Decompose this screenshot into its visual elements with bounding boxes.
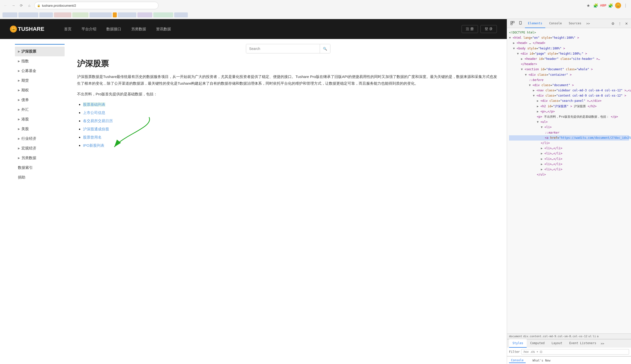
dom-line-link[interactable]: <a href="https://waditu.com/document/2?d… xyxy=(509,135,629,140)
address-bar[interactable]: 🔒 tushare.pro/document/2 xyxy=(34,2,159,9)
bookmark-star-button[interactable]: ★ xyxy=(585,2,591,8)
home-button[interactable]: ⌂ xyxy=(26,2,32,8)
sidebar-arrow-1: ▶ xyxy=(18,60,20,63)
dom-line-8[interactable]: ▼ <div class="container" > xyxy=(509,72,629,78)
dom-line-17[interactable]: ▼ <li> xyxy=(509,125,629,130)
list-link-2[interactable]: 各交易所交易日历 xyxy=(83,119,113,123)
devtools-tab-elements[interactable]: Elements xyxy=(525,19,545,28)
devtools-device-button[interactable] xyxy=(517,20,524,27)
dom-line-20[interactable]: ▶ <li>…</li> xyxy=(509,151,629,156)
sidebar-item-alt-data[interactable]: ▶ 另类数据 xyxy=(15,153,65,163)
bookmark-2[interactable] xyxy=(19,12,38,18)
extensions-button[interactable]: 🧩 xyxy=(608,2,613,8)
dom-line-3[interactable]: ▼ <body style="height:100%" > xyxy=(509,46,629,51)
sidebar-item-hk-stocks[interactable]: ▶ 港股 xyxy=(15,114,65,124)
breadcrumb-div-content[interactable]: div.content.col-md-9.col-sm-8.col-xs-12 xyxy=(523,335,587,338)
sidebar-item-options[interactable]: ▶ 期权 xyxy=(15,86,65,95)
menu-button[interactable]: ⋮ xyxy=(622,2,628,8)
nav-alt-data[interactable]: 另类数据 xyxy=(126,19,151,39)
abp-button[interactable]: ABP xyxy=(600,2,606,8)
dom-line-19[interactable]: ▶ <li>…</li> xyxy=(509,146,629,151)
list-link-3[interactable]: 沪深股通成份股 xyxy=(83,127,109,131)
bottom-tab-computed[interactable]: Computed xyxy=(527,339,548,348)
list-link-4[interactable]: 股票曾用名 xyxy=(83,135,102,139)
bookmark-1[interactable] xyxy=(3,12,18,18)
devtools-inspect-button[interactable] xyxy=(509,20,516,27)
breadcrumb-li[interactable]: li xyxy=(593,335,596,338)
list-link-0[interactable]: 股票基础列表 xyxy=(83,102,105,106)
register-button[interactable]: 注 册 xyxy=(462,25,478,33)
sidebar-item-index[interactable]: ▶ 指数 xyxy=(15,56,65,66)
back-button[interactable]: ← xyxy=(3,2,9,8)
bottom-more-tabs[interactable]: >> xyxy=(600,341,605,346)
dom-line-2[interactable]: ▶ <head> … </head> xyxy=(509,40,629,46)
devtools-more-button[interactable]: ⋮ xyxy=(617,21,622,26)
dom-line-23[interactable]: ▶ <li>…</li> xyxy=(509,167,629,172)
sidebar-item-industry[interactable]: ▶ 行业经济 xyxy=(15,134,65,144)
search-button[interactable]: 🔍 xyxy=(320,44,330,53)
bookmark-10[interactable] xyxy=(153,12,173,18)
filter-input[interactable] xyxy=(521,349,629,354)
dom-line-10[interactable]: ▶ <nav class="sidebar col-md-3 col-sm-4 … xyxy=(509,88,629,93)
dom-line-1[interactable]: ▼ <html lang="en" style="height:100%" > xyxy=(509,35,629,40)
sidebar-item-futures[interactable]: ▶ 期货 xyxy=(15,76,65,86)
breadcrumb-a[interactable]: a xyxy=(597,335,599,338)
content-area: 🔍 沪深股票 沪深股票数据是Tushare最传统最有历史的数据服务项目，从一开始… xyxy=(70,44,507,364)
list-link-1[interactable]: 上市公司信息 xyxy=(83,110,105,115)
dom-line-22[interactable]: ▶ <li>…</li> xyxy=(509,162,629,167)
bookmark-4[interactable] xyxy=(54,12,71,18)
sidebar-item-us-stocks[interactable]: ▶ 美股 xyxy=(15,124,65,134)
devtools-settings-button[interactable]: ⚙ xyxy=(610,21,615,26)
dom-line-5[interactable]: ▶ <header id="header" class="site-header… xyxy=(509,56,629,62)
profile-avatar[interactable]: 😀 xyxy=(615,2,621,8)
bookmark-9[interactable] xyxy=(137,12,152,18)
dom-line-13[interactable]: ▶ <h2 id="沪深股票" > 沪深股票 </h2> xyxy=(509,104,629,109)
bookmark-8[interactable] xyxy=(118,12,136,18)
nav-data-api[interactable]: 数据接口 xyxy=(101,19,126,39)
bookmark-6[interactable] xyxy=(90,12,112,18)
bottom-tab-styles[interactable]: Styles xyxy=(509,339,527,348)
dom-line-16[interactable]: ▼ <ul> xyxy=(509,120,629,125)
bookmark-11[interactable] xyxy=(174,12,188,18)
login-button[interactable]: 登 录 xyxy=(480,25,497,33)
devtools-more-tabs[interactable]: >> xyxy=(585,21,591,26)
bottom-tab-event-listeners[interactable]: Event Listeners xyxy=(566,339,600,348)
reload-button[interactable]: ⟳ xyxy=(19,2,24,8)
dom-line-11[interactable]: ▼ <div class="content col-md-9 col-sm-8 … xyxy=(509,93,629,98)
dom-line-9[interactable]: ▼ <div class="document" > xyxy=(509,83,629,88)
nav-home[interactable]: 首页 xyxy=(59,19,77,39)
devtools-tab-sources[interactable]: Sources xyxy=(566,19,584,28)
forward-button[interactable]: → xyxy=(11,2,17,8)
extension-puzzle-button[interactable]: 🧩 xyxy=(593,2,599,8)
sidebar-divider xyxy=(15,44,65,45)
sidebar-item-macro[interactable]: ▶ 宏观经济 xyxy=(15,144,65,153)
bookmark-5[interactable] xyxy=(72,12,89,18)
dom-line-21[interactable]: ▶ <li>…</li> xyxy=(509,156,629,162)
list-link-5[interactable]: IPO新股列表 xyxy=(83,143,104,148)
sidebar-item-shenzhen-stocks[interactable]: ▶ 沪深股票 xyxy=(15,47,65,56)
nav-platform[interactable]: 平台介绍 xyxy=(77,19,101,39)
search-input[interactable] xyxy=(246,44,320,53)
sidebar-item-mutual-fund[interactable]: ▶ 公募基金 xyxy=(15,66,65,76)
devtools-close-button[interactable]: ✕ xyxy=(624,21,629,26)
sidebar-label-7: 港股 xyxy=(21,117,29,122)
breadcrumb-ul[interactable]: ul xyxy=(588,335,591,338)
sidebar-item-bonds[interactable]: ▶ 债券 xyxy=(15,95,65,105)
sidebar-item-forex[interactable]: ▶ 外汇 xyxy=(15,105,65,114)
whats-new-tab[interactable]: What's New xyxy=(531,358,552,363)
sidebar-item-donate[interactable]: 捐助 xyxy=(15,172,65,182)
bottom-tab-layout[interactable]: Layout xyxy=(548,339,566,348)
dom-line-4[interactable]: ▼ <div id="page" style="height:100%;" > xyxy=(509,51,629,56)
dom-line-14[interactable]: ▶ <p>…</p> xyxy=(509,109,629,114)
sidebar-label-10: 宏观经济 xyxy=(21,146,36,151)
breadcrumb-document[interactable]: document xyxy=(509,335,522,338)
devtools-tab-console[interactable]: Console xyxy=(546,19,565,28)
dom-line-12[interactable]: ▶ <div class="search-panel" >…</div> xyxy=(509,98,629,104)
nav-actions: 注 册 登 录 xyxy=(462,25,497,33)
bookmark-7[interactable] xyxy=(113,12,117,18)
sidebar-item-data-index[interactable]: 数据索引 xyxy=(15,163,65,172)
bookmark-3[interactable] xyxy=(39,12,53,18)
dom-line-7[interactable]: ▼ <section id="document" class="whole" > xyxy=(509,67,629,72)
console-tab[interactable]: Console xyxy=(509,358,526,363)
nav-news-data[interactable]: 资讯数据 xyxy=(151,19,176,39)
